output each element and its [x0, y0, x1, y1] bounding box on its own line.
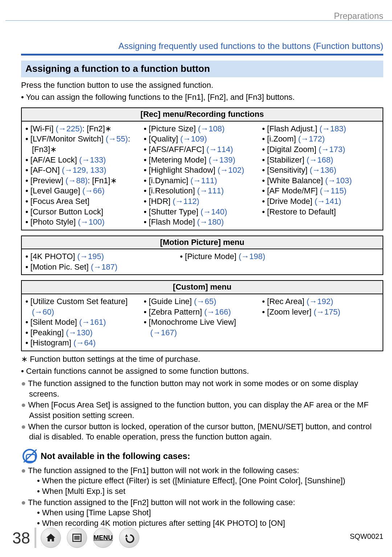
page-ref-link[interactable]: (→112) — [173, 197, 199, 206]
not-available-icon — [23, 449, 37, 463]
na-sub-item: When using [Time Lapse Shot] — [21, 508, 383, 518]
list-item: [Picture Mode] (→198) — [180, 251, 379, 262]
back-icon — [124, 532, 135, 543]
intro-line: Press the function button to use the ass… — [21, 80, 383, 91]
page-ref-link[interactable]: (→198) — [239, 252, 265, 261]
footnote-bullet: Certain functions cannot be assigned to … — [21, 366, 383, 377]
menu-label: MENU — [93, 534, 113, 542]
page-ref-link[interactable]: (→173) — [319, 145, 345, 154]
page-ref-link[interactable]: (→183) — [319, 124, 346, 133]
item-label: [White Balance] — [267, 176, 325, 185]
page-ref-link[interactable]: (→140) — [201, 207, 227, 216]
item-label: [AFS/AFF/AFC] — [149, 145, 207, 154]
item-label: [Zebra Pattern] — [149, 307, 204, 316]
item-label: [Focus Area Set] — [30, 197, 90, 206]
footer: 38 MENU SQW0021 — [0, 528, 392, 548]
page-ref-link[interactable]: (→130) — [66, 328, 93, 337]
list-item: [Focus Area Set] — [25, 196, 142, 207]
item-label: [Drive Mode] — [267, 197, 315, 206]
page-ref-link[interactable]: (→60) — [32, 307, 54, 316]
page-ref-link[interactable]: (→111) — [197, 186, 224, 195]
page-ref-link[interactable]: (→136) — [310, 165, 336, 175]
page-ref-link[interactable]: (→133) — [79, 155, 106, 164]
page-ref-link[interactable]: (→192) — [307, 297, 333, 306]
page-ref-link[interactable]: (→180) — [197, 217, 224, 226]
item-label: [HDR] — [149, 197, 173, 206]
page-ref-link[interactable]: (→64) — [73, 338, 95, 347]
list-item: [AF/AE Lock] (→133) — [25, 155, 142, 165]
list-item: [Picture Size] (→108) — [144, 124, 261, 134]
item-label: [4K PHOTO] — [30, 252, 77, 261]
page-ref-link[interactable]: (→109) — [180, 134, 207, 143]
page-ref-link[interactable]: (→167) — [150, 328, 177, 337]
item-label: [Stabilizer] — [267, 155, 307, 164]
list-item: [Restore to Default] — [262, 207, 379, 217]
item-label: [Photo Style] — [30, 217, 78, 226]
section-title-link[interactable]: Assigning frequently used functions to t… — [0, 40, 383, 52]
back-button[interactable] — [119, 528, 139, 548]
page-ref-link[interactable]: (→115) — [320, 186, 346, 195]
page-ref-link[interactable]: (→168) — [307, 155, 333, 164]
page-ref-link[interactable]: (→175) — [314, 307, 340, 316]
custom-menu-header: [Custom] menu — [21, 280, 383, 294]
page-ref-link[interactable]: (→65) — [194, 297, 216, 306]
page-ref-link[interactable]: (→141) — [315, 197, 341, 206]
page-ref-link[interactable]: (→129, 133) — [62, 165, 106, 175]
page-ref-link[interactable]: (→195) — [77, 252, 104, 261]
item-label: [Metering Mode] — [149, 155, 209, 164]
item-label: [AF-ON] — [30, 165, 62, 175]
list-item: [Peaking] (→130) — [25, 328, 142, 338]
page-ref-link[interactable]: (→108) — [198, 124, 225, 133]
item-label: [Peaking] — [30, 328, 66, 337]
list-item: [Silent Mode] (→161) — [25, 317, 142, 328]
page-ref-link[interactable]: (→139) — [209, 155, 235, 164]
item-suffix: : [Fn2]∗ — [82, 124, 111, 133]
page-ref-link[interactable]: (→172) — [298, 134, 324, 143]
list-item: [Histogram] (→64) — [25, 338, 142, 348]
page-ref-link[interactable]: (→111) — [191, 176, 217, 185]
item-label: [Quality] — [149, 134, 180, 143]
item-label: [Picture Mode] — [185, 252, 239, 261]
page-number: 38 — [12, 528, 30, 548]
list-item: [4K PHOTO] (→195) — [25, 251, 179, 262]
item-label: [Guide Line] — [149, 297, 194, 306]
item-label: [Histogram] — [30, 338, 74, 347]
footnote-block: Function button settings at the time of … — [21, 354, 383, 376]
list-item: [Sensitivity] (→136) — [262, 165, 379, 176]
note-item: When [Focus Area Set] is assigned to the… — [21, 400, 383, 421]
item-label: [Digital Zoom] — [267, 145, 319, 154]
page-ref-link[interactable]: (→114) — [207, 145, 233, 154]
item-label: [Silent Mode] — [30, 318, 79, 327]
menu-button[interactable]: MENU — [93, 528, 113, 548]
note-item: When the cursor button is locked, operat… — [21, 422, 383, 442]
page-ref-link[interactable]: (→103) — [325, 176, 352, 185]
list-icon — [72, 532, 82, 543]
page-ref-link[interactable]: (→225) — [56, 124, 82, 133]
page-ref-link[interactable]: (→166) — [204, 307, 231, 316]
item-label: [Shutter Type] — [149, 207, 201, 216]
sub-header: Assigning a function to a function butto… — [21, 61, 383, 77]
item-label: [Zoom lever] — [267, 307, 314, 316]
page-ref-link[interactable]: (→55) — [106, 134, 128, 143]
footnote-star: Function button settings at the time of … — [21, 354, 383, 365]
home-button[interactable] — [41, 528, 61, 548]
na-sub-item: When [Multi Exp.] is set — [21, 486, 383, 497]
contents-button[interactable] — [67, 528, 87, 548]
page-ref-link[interactable]: (→161) — [79, 318, 106, 327]
page-ref-link[interactable]: (→88) — [65, 176, 87, 185]
motion-menu-header: [Motion Picture] menu — [21, 236, 383, 249]
not-available-body: The function assigned to the [Fn1] butto… — [21, 466, 383, 529]
item-label: [Restore to Default] — [267, 207, 336, 216]
page-ref-link[interactable]: (→100) — [78, 217, 105, 226]
page-ref-link[interactable]: (→187) — [91, 262, 117, 271]
header-category: Preparations — [334, 10, 383, 21]
page-ref-link[interactable]: (→66) — [82, 186, 105, 195]
list-item: [AF-ON] (→129, 133) — [25, 165, 142, 176]
list-item: [AF Mode/MF] (→115) — [262, 186, 379, 196]
item-label: [i.Zoom] — [267, 134, 298, 143]
item-label: [Utilize Custom Set feature] — [30, 297, 128, 306]
list-item: [Rec Area] (→192) — [262, 296, 379, 307]
page-ref-link[interactable]: (→102) — [217, 165, 244, 175]
intro-bullet: You can assign the following functions t… — [21, 92, 383, 103]
list-item: [Photo Style] (→100) — [25, 217, 142, 228]
